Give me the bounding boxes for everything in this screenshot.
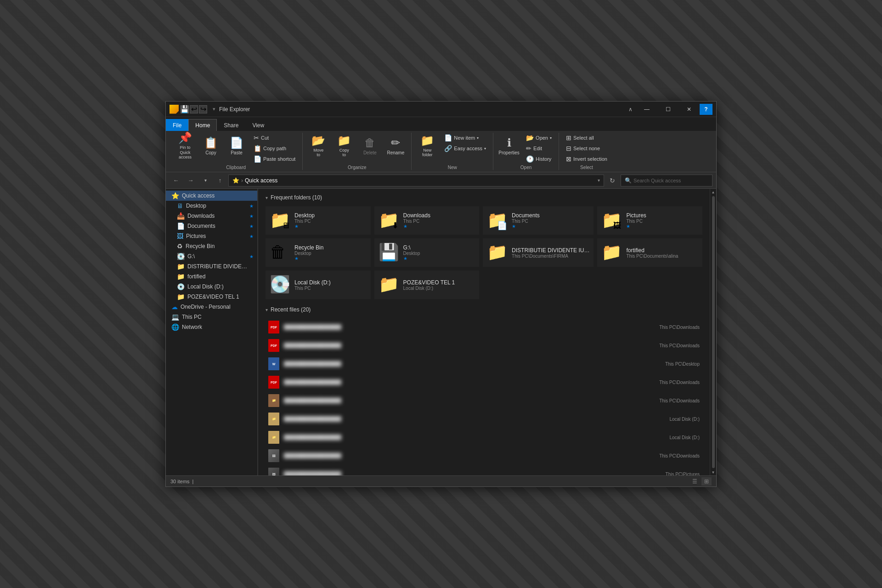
recent-name-8: ████████████████ xyxy=(284,453,655,458)
copy-path-button[interactable]: 📋 Copy path xyxy=(250,143,299,153)
copy-icon: 📋 xyxy=(204,136,218,149)
new-item-icon: 📄 xyxy=(444,134,452,141)
select-all-button[interactable]: ⊞ Select all xyxy=(563,133,611,143)
tab-view[interactable]: View xyxy=(245,119,271,131)
properties-button[interactable]: ℹ Properties xyxy=(497,133,521,158)
select-label: Select xyxy=(580,164,593,170)
select-none-button[interactable]: ⊟ Select none xyxy=(563,143,611,153)
pictures-folder-icon-wrap: 📁 🖼 xyxy=(601,210,622,231)
sidebar-item-pictures[interactable]: 🖼 Pictures ★ xyxy=(166,231,257,241)
copy-to-button[interactable]: 📁 Copyto xyxy=(332,133,356,158)
back-button[interactable]: ← xyxy=(170,174,182,187)
recent-item-2[interactable]: PDF ████████████████ This PC\Downloads xyxy=(266,337,702,354)
scrollbar-thumb[interactable] xyxy=(712,196,715,468)
recent-item-4[interactable]: PDF ████████████████ This PC\Downloads xyxy=(266,373,702,391)
folder-item-documents[interactable]: 📁 📄 Documents This PC ★ xyxy=(483,206,594,235)
app-icon xyxy=(170,105,179,114)
tab-share[interactable]: Share xyxy=(217,119,245,131)
sidebar-item-fortified[interactable]: 📁 fortified xyxy=(166,271,257,282)
paste-button[interactable]: 📄 Paste xyxy=(225,133,249,158)
address-input[interactable]: ⭐ › Quick access ▾ xyxy=(228,175,604,187)
recent-item-9[interactable]: 🖼 ████████████████ This PC\Pictures xyxy=(266,465,702,475)
sidebar-item-documents[interactable]: 📄 Documents ★ xyxy=(166,221,257,231)
clipboard-buttons: 📌 Pin to Quickaccess 📋 Copy 📄 Paste ✂ Cu… xyxy=(173,133,299,164)
recent-item-7[interactable]: 📁 ████████████████ Local Disk (D:) xyxy=(266,429,702,446)
recent-path-9: This PC\Pictures xyxy=(666,472,700,476)
cut-button[interactable]: ✂ Cut xyxy=(250,133,299,143)
sidebar-item-network[interactable]: 🌐 Network xyxy=(166,322,257,332)
recent-item-3[interactable]: W ████████████████ This PC\Desktop xyxy=(266,355,702,373)
close-button[interactable]: ✕ xyxy=(678,102,700,117)
g-drive-folder-info: G:\ Desktop ★ xyxy=(403,244,475,261)
folder-item-fortified[interactable]: 📁 fortified This PC\Documents\alina xyxy=(597,238,702,267)
edit-button[interactable]: ✏ Edit xyxy=(523,143,555,153)
tab-home[interactable]: Home xyxy=(188,119,217,131)
sidebar-item-local-disk[interactable]: 💿 Local Disk (D:) xyxy=(166,282,257,292)
copy-button[interactable]: 📋 Copy xyxy=(199,133,223,158)
local-disk-folder-info: Local Disk (D:) This PC xyxy=(294,279,367,291)
recent-path-3: This PC\Desktop xyxy=(665,362,700,367)
recent-locations-button[interactable]: ▾ xyxy=(199,174,212,187)
address-breadcrumb-arrow: › xyxy=(241,177,243,184)
documents-pin-icon: ★ xyxy=(249,224,254,229)
quick-redo-btn[interactable]: ↪ xyxy=(199,105,207,113)
sidebar-item-downloads[interactable]: 📥 Downloads ★ xyxy=(166,211,257,221)
recent-item-5[interactable]: 📁 ████████████████ This PC\Downloads xyxy=(266,392,702,409)
desktop-folder-path: This PC xyxy=(294,219,367,224)
folder-item-local-disk[interactable]: 💽 Local Disk (D:) This PC xyxy=(266,271,371,299)
scrollbar[interactable]: ▲ ▼ xyxy=(710,189,716,475)
frequent-folders-header[interactable]: ▾ Frequent folders (10) xyxy=(266,194,702,201)
folder-item-recycle-bin[interactable]: 🗑 Recycle Bin Desktop ★ xyxy=(266,238,371,267)
recent-item-6[interactable]: 📁 ████████████████ Local Disk (D:) xyxy=(266,410,702,428)
new-folder-button[interactable]: 📁 Newfolder xyxy=(415,133,439,158)
open-button[interactable]: 📂 Open ▾ xyxy=(523,133,555,143)
rename-button[interactable]: ✏ Rename xyxy=(384,133,407,158)
tiles-view-button[interactable]: ⊞ xyxy=(701,477,712,486)
quick-undo-btn[interactable]: ↩ xyxy=(190,105,198,113)
folder-item-desktop[interactable]: 📁 🖥 Desktop This PC ★ xyxy=(266,206,371,235)
invert-selection-button[interactable]: ⊠ Invert selection xyxy=(563,154,611,164)
paste-shortcut-button[interactable]: 📄 Paste shortcut xyxy=(250,154,299,164)
recent-path-2: This PC\Downloads xyxy=(659,343,700,348)
folder-item-downloads[interactable]: 📁 ⬇ Downloads This PC ★ xyxy=(374,206,480,235)
delete-button[interactable]: 🗑 Delete xyxy=(358,133,382,158)
new-item-button[interactable]: 📄 New item ▾ xyxy=(441,133,489,143)
ribbon-collapse-btn[interactable]: ∧ xyxy=(625,106,636,113)
up-button[interactable]: ↑ xyxy=(214,174,226,187)
item-count: 30 items xyxy=(170,479,190,484)
forward-button[interactable]: → xyxy=(184,174,197,187)
sidebar-item-quick-access[interactable]: ⭐ Quick access xyxy=(166,191,257,201)
history-button[interactable]: 🕐 History xyxy=(523,154,555,164)
recent-files-header[interactable]: ▾ Recent files (20) xyxy=(266,306,702,313)
sidebar-item-onedrive[interactable]: ☁ OneDrive - Personal xyxy=(166,302,257,312)
maximize-button[interactable]: ☐ xyxy=(657,102,678,117)
recent-path-6: Local Disk (D:) xyxy=(669,417,700,422)
folder-item-pictures[interactable]: 📁 🖼 Pictures This PC ★ xyxy=(597,206,702,235)
recent-item-8[interactable]: 🖼 ████████████████ This PC\Downloads xyxy=(266,447,702,464)
details-view-button[interactable]: ☰ xyxy=(690,477,700,486)
open-small-buttons: 📂 Open ▾ ✏ Edit 🕐 History xyxy=(523,133,555,164)
tab-file[interactable]: File xyxy=(166,119,188,131)
folder-item-g-drive[interactable]: 💾 G:\ Desktop ★ xyxy=(374,238,480,267)
sidebar-item-poze-video[interactable]: 📁 POZE&VIDEO TEL 1 xyxy=(166,292,257,302)
move-to-button[interactable]: 📂 Moveto xyxy=(306,133,330,158)
folder-item-distributie[interactable]: 📁 DISTRIBUTIE DIVIDENTE IU… This PC\Docu… xyxy=(483,238,594,267)
sidebar-item-g-drive[interactable]: 💽 G:\ ★ xyxy=(166,251,257,261)
sidebar-item-desktop[interactable]: 🖥 Desktop ★ xyxy=(166,201,257,211)
quick-save-btn[interactable]: 💾 xyxy=(181,105,189,113)
scrollbar-down-button[interactable]: ▼ xyxy=(710,469,717,475)
recent-icon-6: 📁 xyxy=(268,412,279,426)
sidebar-item-this-pc[interactable]: 💻 This PC xyxy=(166,312,257,322)
scrollbar-up-button[interactable]: ▲ xyxy=(710,189,717,195)
recent-item-1[interactable]: PDF ████████████████ This PC\Downloads xyxy=(266,318,702,336)
search-box[interactable]: 🔍 Search Quick access xyxy=(621,175,712,187)
refresh-button[interactable]: ↻ xyxy=(606,174,619,187)
help-button[interactable]: ? xyxy=(700,104,712,115)
easy-access-button[interactable]: 🔗 Easy access ▾ xyxy=(441,143,489,153)
minimize-button[interactable]: — xyxy=(636,102,657,117)
sidebar-item-recycle-bin[interactable]: ♻ Recycle Bin xyxy=(166,241,257,251)
sidebar-distributie-label: DISTRIBUTIE DIVIDE… xyxy=(187,263,247,270)
sidebar-item-distributie[interactable]: 📁 DISTRIBUTIE DIVIDE… xyxy=(166,261,257,271)
pin-to-quick-access-button[interactable]: 📌 Pin to Quickaccess xyxy=(173,133,197,158)
folder-item-poze-video[interactable]: 📁 POZE&VIDEO TEL 1 Local Disk (D:) xyxy=(374,271,480,299)
